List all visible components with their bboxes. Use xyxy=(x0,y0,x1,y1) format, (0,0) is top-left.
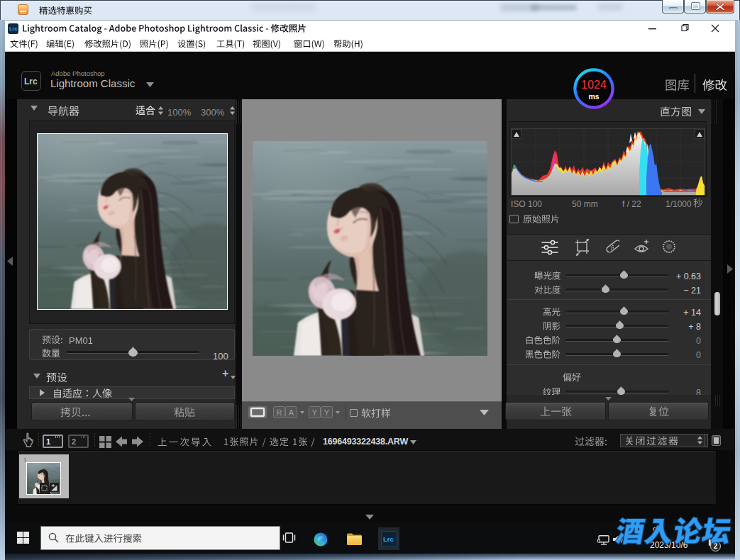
svg-text:ms: ms xyxy=(588,93,599,101)
svg-text:Y: Y xyxy=(324,408,330,417)
svg-text:A: A xyxy=(289,408,294,417)
svg-text:1024: 1024 xyxy=(581,78,607,91)
svg-text:R: R xyxy=(277,408,282,417)
svg-text:Y: Y xyxy=(312,408,318,417)
